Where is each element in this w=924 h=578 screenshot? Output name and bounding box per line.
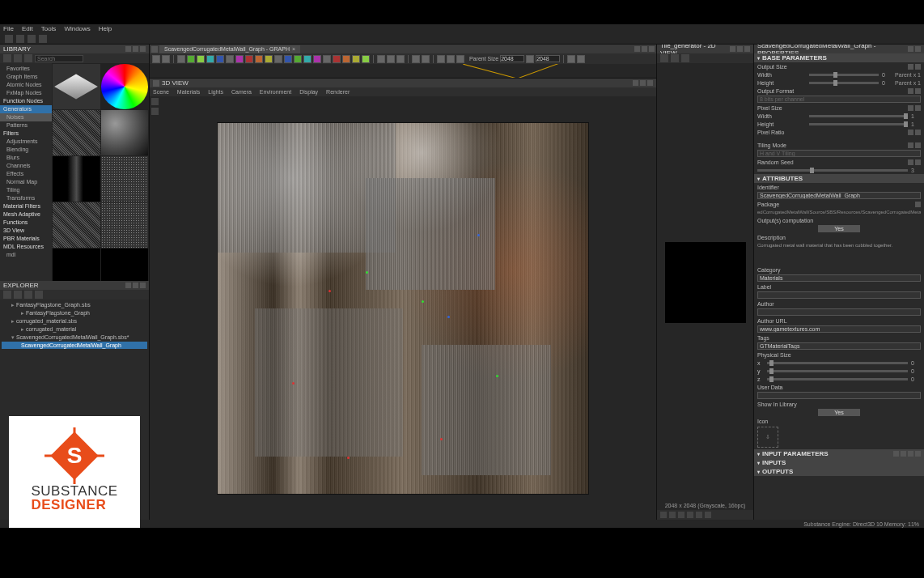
link-icon[interactable] xyxy=(908,88,913,94)
node-blur-icon[interactable] xyxy=(255,55,263,63)
phys-y-slider[interactable] xyxy=(767,370,908,372)
view3d-scene[interactable]: Scene xyxy=(153,89,169,95)
phys-x-slider[interactable] xyxy=(767,362,908,364)
library-tree-item[interactable]: Tiling xyxy=(0,186,52,194)
search-input[interactable] xyxy=(35,55,83,62)
thumb-noise[interactable] xyxy=(53,202,100,248)
category-input[interactable] xyxy=(757,274,921,282)
tags-input[interactable] xyxy=(757,342,921,350)
pin-icon[interactable] xyxy=(633,80,638,86)
reset-icon[interactable] xyxy=(915,105,921,111)
more-icon[interactable] xyxy=(915,451,921,457)
restore-icon[interactable] xyxy=(642,46,647,52)
explorer-item[interactable]: ScavengedCorrugatedMetalWall_Graph xyxy=(2,342,147,349)
channel-icon[interactable] xyxy=(678,512,685,518)
pixel-width-slider[interactable] xyxy=(809,115,908,117)
close-icon[interactable] xyxy=(744,46,750,52)
save-icon[interactable] xyxy=(24,291,32,299)
node-transform-icon[interactable] xyxy=(274,55,282,63)
open-icon[interactable] xyxy=(14,291,22,299)
folder-icon[interactable] xyxy=(14,54,22,62)
channel-icon[interactable] xyxy=(696,512,702,518)
close-icon[interactable] xyxy=(140,283,146,288)
menu-tools[interactable]: Tools xyxy=(41,25,57,32)
explorer-item[interactable]: FantasyFlagstone_Graph.sbs xyxy=(2,301,147,309)
yes-button[interactable]: Yes xyxy=(818,225,859,232)
library-tree-item[interactable]: Atomic Nodes xyxy=(0,81,52,89)
pin-icon[interactable] xyxy=(125,283,131,288)
library-tree-item[interactable]: Adjustments xyxy=(0,138,52,146)
comment-icon[interactable] xyxy=(387,55,395,63)
library-tree-item[interactable]: Patterns xyxy=(0,121,52,130)
node-curve-icon[interactable] xyxy=(197,55,205,63)
link-icon[interactable] xyxy=(908,159,913,165)
info-icon[interactable] xyxy=(681,54,689,62)
pin-icon[interactable] xyxy=(396,55,405,63)
save-icon[interactable] xyxy=(660,54,668,62)
node-gradient-icon[interactable] xyxy=(294,55,302,63)
explorer-item[interactable]: ScavengedCorrugatedMetalWall_Graph.sbs* xyxy=(2,334,147,342)
section-inputs[interactable]: INPUTS xyxy=(754,458,924,467)
flow-icon[interactable] xyxy=(437,55,445,63)
reset-icon[interactable] xyxy=(915,159,921,165)
parent-size-input[interactable] xyxy=(500,55,524,62)
link-icon[interactable] xyxy=(28,35,36,43)
node-sharpen-icon[interactable] xyxy=(265,55,273,63)
pin-icon[interactable] xyxy=(125,46,131,52)
channel-icon[interactable] xyxy=(687,512,693,518)
link-icon[interactable] xyxy=(908,142,913,148)
link-icon[interactable] xyxy=(908,105,913,111)
reset-icon[interactable] xyxy=(915,142,921,148)
thumb-noise[interactable] xyxy=(53,156,100,202)
menu-edit[interactable]: Edit xyxy=(22,25,33,32)
home-icon[interactable] xyxy=(3,54,11,62)
node-levels-icon[interactable] xyxy=(245,55,253,63)
align-icon[interactable] xyxy=(422,55,430,63)
parent-size-input[interactable] xyxy=(536,55,560,62)
camera-icon[interactable] xyxy=(151,98,159,105)
pin-icon[interactable] xyxy=(634,46,640,52)
library-tree-item[interactable]: Function Nodes xyxy=(0,97,52,105)
node-blend-icon[interactable] xyxy=(187,55,195,63)
view3d-environment[interactable]: Environment xyxy=(260,89,291,95)
pixel-height-slider[interactable] xyxy=(809,123,908,125)
section-input-params[interactable]: INPUT PARAMETERS xyxy=(754,449,924,458)
node-channels-icon[interactable] xyxy=(206,55,214,63)
explorer-item[interactable]: corrugated_material xyxy=(2,325,147,334)
thumb-noise[interactable] xyxy=(53,110,100,155)
view3d-lights[interactable]: Lights xyxy=(208,89,223,95)
library-tree-item[interactable]: Filters xyxy=(0,130,52,138)
node-output-icon[interactable] xyxy=(352,55,360,63)
library-tree-item[interactable]: Generators xyxy=(0,105,52,113)
menu-help[interactable]: Help xyxy=(99,25,112,32)
timing-icon[interactable] xyxy=(577,55,585,63)
thumb-cube[interactable] xyxy=(53,64,100,109)
library-tree-item[interactable]: Graph Items xyxy=(0,73,52,81)
thumb-noise[interactable] xyxy=(101,156,149,202)
library-tree-item[interactable]: Mesh Adaptive xyxy=(0,210,52,219)
library-thumbnails[interactable] xyxy=(52,63,149,281)
node-hsl-icon[interactable] xyxy=(235,55,244,63)
library-tree-item[interactable]: Noises xyxy=(0,113,52,121)
section-attributes[interactable]: ATTRIBUTES xyxy=(754,174,924,183)
node-text-icon[interactable] xyxy=(313,55,321,63)
author-input[interactable] xyxy=(757,308,921,316)
view3d-camera[interactable]: Camera xyxy=(231,89,252,95)
library-tree-item[interactable]: mdl xyxy=(0,251,52,259)
view3d-viewport[interactable] xyxy=(150,96,656,520)
library-tree-item[interactable]: PBR Materials xyxy=(0,235,52,243)
explorer-item[interactable]: FantasyFlagstone_Graph xyxy=(2,309,147,317)
channel-icon[interactable] xyxy=(660,512,667,518)
sort-icon[interactable] xyxy=(908,451,913,457)
thumb-noise[interactable] xyxy=(101,110,149,155)
menu-file[interactable]: File xyxy=(3,25,14,32)
tiling-input[interactable] xyxy=(757,150,921,157)
close-icon[interactable] xyxy=(140,46,146,52)
grid-icon[interactable] xyxy=(24,54,32,62)
node-input-icon[interactable] xyxy=(362,55,370,63)
thumb-gradient[interactable] xyxy=(101,64,149,109)
tool-icon[interactable] xyxy=(162,55,170,63)
library-tree-item[interactable]: Normal Map xyxy=(0,178,52,186)
thumb-noise[interactable] xyxy=(101,249,149,281)
folder-icon[interactable] xyxy=(915,202,921,207)
